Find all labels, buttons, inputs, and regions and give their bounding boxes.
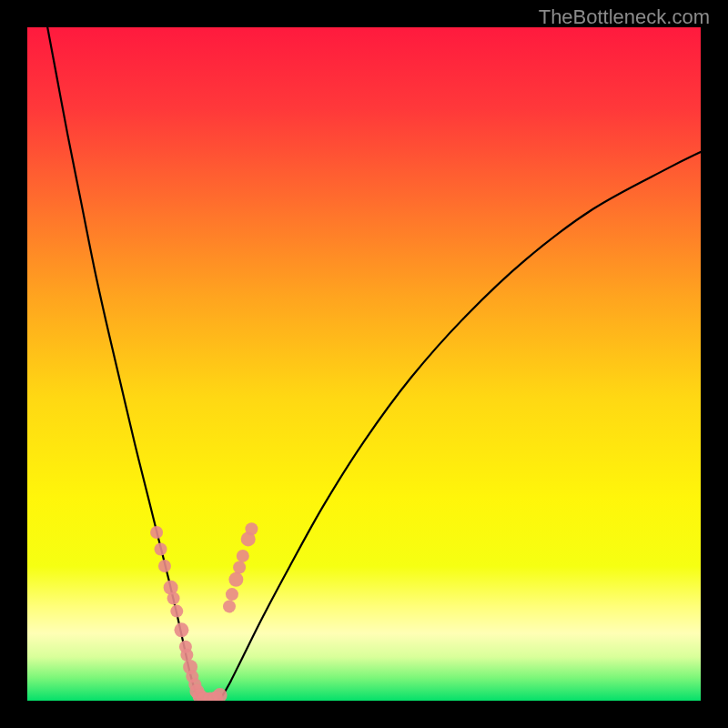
- marker-dot: [228, 572, 243, 587]
- marker-dot: [237, 550, 249, 562]
- marker-dot: [155, 543, 167, 556]
- marker-dot: [167, 592, 180, 605]
- marker-dot: [174, 622, 188, 637]
- watermark-text: TheBottleneck.com: [539, 5, 710, 29]
- chart-frame: TheBottleneck.com: [0, 0, 728, 728]
- marker-dot: [245, 522, 258, 535]
- marker-dot: [170, 605, 183, 618]
- gradient-background: [27, 27, 701, 701]
- marker-dot: [150, 526, 163, 539]
- marker-dot: [233, 561, 246, 573]
- marker-dot: [223, 600, 236, 612]
- marker-dot: [158, 560, 171, 572]
- bottleneck-curve-svg: [27, 27, 701, 701]
- marker-dot: [226, 588, 238, 601]
- marker-dot: [180, 649, 193, 662]
- plot-area: [27, 27, 701, 701]
